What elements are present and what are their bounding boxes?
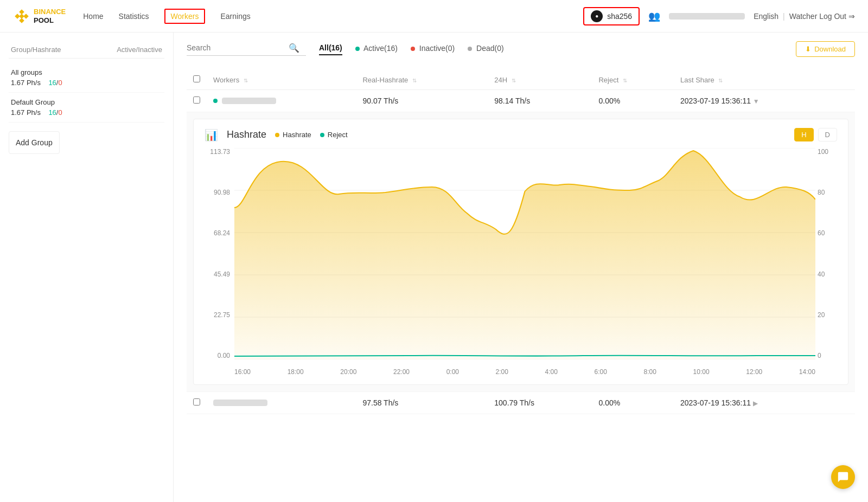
sidebar-default-group-row[interactable]: Default Group 1.67 Ph/s 16/0 [9, 93, 164, 123]
active-dot [355, 47, 360, 51]
last-share-sort-icon[interactable]: ⇅ [718, 78, 723, 83]
download-label: Download [814, 45, 846, 53]
row2-last-share: 2023-07-19 15:36:11 ▶ [674, 392, 855, 414]
binance-logo-icon [13, 8, 30, 25]
workers-sort-icon[interactable]: ⇅ [244, 78, 248, 83]
y-label-left-4: 22.75 [205, 311, 230, 319]
row2-worker-name-blurred [213, 400, 267, 406]
tab-dead[interactable]: Dead(0) [468, 44, 503, 55]
table-header-row: Workers ⇅ Real-Hashrate ⇅ 24H ⇅ Reject ⇅ [187, 70, 855, 90]
search-box[interactable]: 🔍 [187, 43, 306, 56]
row2-expand-icon[interactable]: ▶ [753, 400, 758, 407]
search-icon: 🔍 [289, 43, 299, 53]
x-label-7: 6:00 [595, 368, 607, 376]
y-label-left-3: 45.49 [205, 271, 230, 278]
legend-hashrate: Hashrate [275, 131, 311, 139]
sidebar-header: Group/Hashrate Active/Inactive [9, 41, 164, 59]
row1-hashrate: 90.07 Th/s [356, 90, 488, 112]
y-label-right-0: 100 [818, 148, 837, 156]
y-label-left-0: 113.73 [205, 148, 230, 156]
header-right: ● sha256 👥 English | Watcher Log Out ⇒ [583, 7, 855, 25]
col-reject: Reject ⇅ [592, 70, 673, 90]
content-area: 🔍 All(16) Active(16) Inactive(0) Dead(0) [174, 33, 868, 502]
legend-reject-dot [320, 133, 324, 137]
row1-last-share: 2023-07-19 15:36:11 ▼ [674, 90, 855, 112]
x-label-8: 8:00 [644, 368, 656, 376]
nav-earnings[interactable]: Earnings [220, 12, 250, 21]
select-all-checkbox[interactable] [193, 75, 200, 82]
header-checkbox-cell [187, 70, 207, 90]
sidebar-col2-label: Active/Inactive [117, 46, 162, 54]
chat-fab[interactable] [831, 465, 855, 489]
download-button[interactable]: ⬇ Download [796, 41, 855, 57]
account-address-blurred [669, 13, 745, 20]
row1-expand-icon[interactable]: ▼ [753, 98, 760, 105]
workers-table: Workers ⇅ Real-Hashrate ⇅ 24H ⇅ Reject ⇅ [187, 70, 855, 414]
x-label-10: 12:00 [746, 368, 762, 376]
logout-arrow-icon: ⇒ [848, 12, 855, 21]
logo-text: BINANCE POOL [34, 8, 66, 24]
col-real-hashrate: Real-Hashrate ⇅ [356, 70, 488, 90]
add-group-label: Add Group [16, 138, 53, 147]
col-workers-label: Workers [213, 76, 239, 84]
worker-name-wrapper [213, 98, 349, 104]
table-row: 90.07 Th/s 98.14 Th/s 0.00% 2023-07-19 1… [187, 90, 855, 112]
row1-last-share-value: 2023-07-19 15:36:11 [680, 96, 751, 105]
row1-checkbox[interactable] [193, 96, 200, 104]
tab-inactive[interactable]: Inactive(0) [411, 44, 455, 55]
language-selector[interactable]: English [754, 12, 778, 21]
x-label-5: 2:00 [496, 368, 508, 376]
row2-hashrate: 97.58 Th/s [356, 392, 488, 414]
logo[interactable]: BINANCE POOL [13, 8, 66, 25]
tab-inactive-label: Inactive(0) [419, 44, 455, 53]
row2-checkbox-cell [187, 392, 207, 414]
account-name: sha256 [607, 12, 632, 21]
col-reject-label: Reject [598, 76, 618, 84]
logo-line1: BINANCE [34, 8, 66, 16]
x-label-1: 18:00 [288, 368, 304, 376]
chart-time-toggle: H D [794, 128, 837, 141]
time-btn-h[interactable]: H [794, 128, 813, 141]
account-icon: ● [591, 10, 603, 22]
hashrate-sort-icon[interactable]: ⇅ [412, 78, 417, 83]
search-input[interactable] [187, 43, 284, 52]
tab-all[interactable]: All(16) [319, 43, 342, 55]
default-group-stats: 1.67 Ph/s 16/0 [11, 108, 162, 117]
row2-checkbox[interactable] [193, 398, 200, 406]
main-header: BINANCE POOL Home Statistics Workers Ear… [0, 0, 868, 33]
y-label-left-5: 0.00 [205, 352, 230, 359]
all-groups-label: All groups [11, 68, 162, 76]
nav-statistics[interactable]: Statistics [119, 12, 149, 21]
hashrate-chart-section: 📊 Hashrate Hashrate Reject [193, 119, 848, 385]
col-last-share: Last Share ⇅ [674, 70, 855, 90]
chart-x-labels: 16:00 18:00 20:00 22:00 0:00 2:00 4:00 6… [234, 361, 815, 376]
y-label-right-2: 60 [818, 229, 837, 237]
nav-workers[interactable]: Workers [164, 9, 206, 24]
row1-status-dot [213, 99, 218, 103]
add-group-button[interactable]: Add Group [9, 131, 60, 154]
24h-sort-icon[interactable]: ⇅ [512, 78, 516, 83]
time-btn-d[interactable]: D [818, 128, 837, 141]
row2-worker-cell [207, 392, 356, 414]
x-label-9: 10:00 [693, 368, 710, 376]
legend-reject-label: Reject [328, 131, 348, 139]
main-nav: Home Statistics Workers Earnings [83, 9, 583, 24]
chart-svg [234, 148, 815, 359]
row1-checkbox-cell [187, 90, 207, 112]
account-badge[interactable]: ● sha256 [583, 7, 640, 25]
sidebar-all-groups-row[interactable]: All groups 1.67 Ph/s 16/0 [9, 63, 164, 93]
col-hashrate-label: Real-Hashrate [362, 76, 408, 84]
nav-home[interactable]: Home [83, 12, 103, 21]
row1-worker-cell [207, 90, 356, 112]
tab-active[interactable]: Active(16) [355, 44, 398, 55]
col-24h: 24H ⇅ [488, 70, 592, 90]
all-groups-active: 16 [48, 79, 56, 87]
reject-sort-icon[interactable]: ⇅ [623, 78, 627, 83]
users-icon[interactable]: 👥 [648, 10, 660, 22]
chart-y-labels-right: 100 80 60 40 20 0 [815, 148, 837, 359]
chart-legend: Hashrate Reject [275, 131, 348, 139]
logout-button[interactable]: Watcher Log Out ⇒ [789, 12, 855, 21]
row2-worker-name-wrapper [213, 400, 349, 406]
chart-header: 📊 Hashrate Hashrate Reject [205, 128, 837, 141]
x-label-2: 20:00 [340, 368, 356, 376]
